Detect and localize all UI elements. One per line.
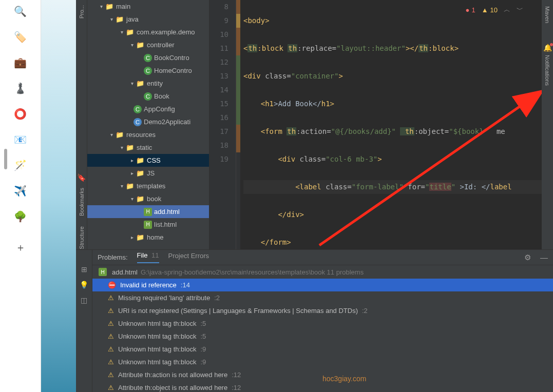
- problem-item[interactable]: ⚠Missing required 'lang' attribute :2: [92, 291, 553, 304]
- project-tool-button[interactable]: Pro...: [79, 5, 85, 18]
- gear-icon[interactable]: ⚙: [524, 253, 531, 262]
- class-icon: C: [144, 67, 152, 75]
- taskbar-add-icon[interactable]: ＋: [13, 240, 28, 254]
- problems-list[interactable]: ⛔Invalid id reference :14⚠Missing requir…: [92, 279, 553, 392]
- warning-icon: ⚠: [108, 371, 114, 379]
- tree-resources[interactable]: resources: [126, 131, 156, 139]
- warning-icon: ⚠: [108, 320, 114, 327]
- taskbar-chess-icon[interactable]: ♟️: [13, 81, 28, 95]
- problem-item[interactable]: ⚠Unknown html tag th:block :9: [92, 356, 553, 368]
- code-body[interactable]: <body> <th:block th:replace="layout::hea…: [240, 0, 542, 249]
- tree-java[interactable]: java: [126, 15, 139, 23]
- editor[interactable]: 8910111213141516171819 <body> <th:block …: [209, 0, 542, 249]
- ide-window: Pro... 🔖 Bookmarks Structure ▾📁main ▾📁ja…: [76, 0, 553, 392]
- tree-main[interactable]: main: [116, 3, 130, 10]
- windows-taskbar: 🔍 🏷️ 💼 ♟️ ⭕ 📧 🪄 ✈️ 🌳 ＋: [0, 0, 41, 392]
- next-highlight-icon[interactable]: ﹀: [517, 5, 523, 14]
- class-icon: C: [144, 54, 152, 62]
- tree-templates[interactable]: templates: [137, 182, 165, 190]
- warning-icon: ⚠: [108, 332, 114, 340]
- warning-icon: ⚠: [108, 384, 114, 391]
- tab-project-errors[interactable]: Project Errors: [168, 252, 209, 263]
- problem-item[interactable]: ⚠Attribute th:object is not allowed here…: [92, 381, 553, 392]
- bookmarks-tool-button[interactable]: Bookmarks: [79, 188, 85, 216]
- class-icon: C: [134, 105, 142, 113]
- problem-item[interactable]: ⚠URI is not registered (Settings | Langu…: [92, 304, 553, 317]
- problems-panel: ⊞ 💡 ◫ Problems: File 11 Project Errors ⚙…: [76, 249, 553, 392]
- project-tree[interactable]: ▾📁main ▾📁java ▾📁com.example.demo ▾📁contr…: [87, 0, 209, 249]
- class-icon: C: [134, 118, 142, 126]
- right-tool-rail: Maven 🔔 Notifications: [542, 0, 553, 249]
- tree-js[interactable]: JS: [147, 169, 155, 177]
- tree-entity[interactable]: entity: [147, 80, 163, 87]
- problems-label: Problems:: [98, 253, 128, 261]
- left-tool-rail: Pro... 🔖 Bookmarks Structure: [76, 0, 87, 249]
- tree-homecontroller[interactable]: HomeContro: [154, 67, 192, 74]
- error-icon: ⛔: [108, 281, 116, 289]
- html-file-icon: H: [99, 268, 107, 276]
- tree-view-icon[interactable]: ⊞: [81, 265, 87, 273]
- taskbar-wand-icon[interactable]: 🪄: [13, 158, 28, 172]
- tree-static[interactable]: static: [137, 144, 152, 151]
- class-icon: C: [144, 92, 152, 101]
- tree-add-html[interactable]: add.html: [154, 208, 180, 215]
- tree-css[interactable]: CSS: [147, 156, 161, 164]
- problems-file-header[interactable]: H add.html G:\java-spring-boot\demo2\src…: [92, 265, 553, 279]
- tree-book-class[interactable]: Book: [154, 92, 169, 100]
- taskbar-telegram-icon[interactable]: ✈️: [13, 184, 28, 198]
- tree-tpl-book[interactable]: book: [147, 195, 161, 203]
- tree-appconfig[interactable]: AppConfig: [144, 105, 175, 113]
- structure-tool-button[interactable]: Structure: [79, 226, 85, 249]
- html-file-icon: H: [144, 221, 152, 229]
- bulb-icon[interactable]: 💡: [80, 281, 88, 289]
- warning-icon: ▲: [482, 6, 488, 14]
- taskbar-outlook-icon[interactable]: 📧: [13, 132, 28, 147]
- indent-guides: [236, 0, 240, 249]
- gutter: 8910111213141516171819: [209, 0, 236, 249]
- tree-home[interactable]: home: [147, 233, 164, 241]
- taskbar-tree-icon[interactable]: 🌳: [13, 209, 28, 224]
- problem-item[interactable]: ⚠Unknown html tag th:block :5: [92, 330, 553, 343]
- desktop-background: [41, 0, 76, 392]
- problems-tabs: Problems: File 11 Project Errors ⚙ —: [92, 250, 553, 265]
- taskbar-loop-icon[interactable]: ⭕: [13, 107, 28, 121]
- tree-bookcontroller[interactable]: BookContro: [154, 54, 189, 62]
- taskbar-search-icon[interactable]: 🔍: [13, 4, 28, 18]
- layout-icon[interactable]: ◫: [81, 296, 87, 304]
- minimize-icon[interactable]: —: [540, 253, 548, 262]
- problem-item[interactable]: ⚠Attribute th:action is not allowed here…: [92, 368, 553, 381]
- problem-item[interactable]: ⛔Invalid id reference :14: [92, 279, 553, 291]
- prev-highlight-icon[interactable]: ︿: [504, 5, 510, 14]
- tree-list-html[interactable]: list.html: [154, 221, 177, 228]
- warning-icon: ⚠: [108, 345, 114, 353]
- notifications-icon[interactable]: 🔔: [543, 44, 552, 52]
- problems-toolbar: ⊞ 💡 ◫: [76, 250, 92, 392]
- resize-handle[interactable]: [4, 149, 7, 169]
- error-icon: ●: [466, 6, 470, 14]
- tree-demo2app[interactable]: Demo2Applicati: [144, 118, 190, 126]
- maven-tool-button[interactable]: Maven: [544, 6, 550, 23]
- taskbar-tag-icon[interactable]: 🏷️: [13, 30, 28, 44]
- inspection-status[interactable]: ●1 ▲10 ︿ ﹀: [466, 5, 523, 14]
- warning-icon: ⚠: [108, 307, 114, 315]
- notifications-tool-button[interactable]: Notifications: [544, 55, 550, 86]
- html-file-icon: H: [144, 208, 152, 216]
- tree-controller[interactable]: controller: [147, 41, 174, 49]
- problem-item[interactable]: ⚠Unknown html tag th:block :5: [92, 317, 553, 330]
- tree-package[interactable]: com.example.demo: [137, 28, 195, 36]
- problem-item[interactable]: ⚠Unknown html tag th:block :9: [92, 343, 553, 356]
- warning-icon: ⚠: [108, 294, 114, 302]
- taskbar-briefcase-icon[interactable]: 💼: [13, 55, 28, 70]
- tab-file[interactable]: File 11: [137, 251, 159, 263]
- warning-icon: ⚠: [108, 358, 114, 366]
- bookmark-icon[interactable]: 🔖: [77, 173, 86, 182]
